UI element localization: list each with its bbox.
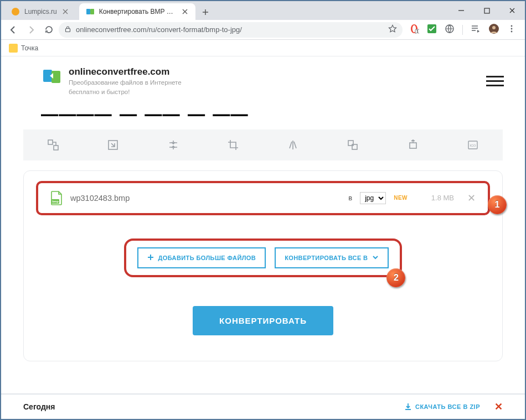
footer-close-button[interactable]: ✕ [494, 401, 503, 413]
svg-point-14 [511, 28, 513, 29]
add-more-files-button[interactable]: ДОБАВИТЬ БОЛЬШЕ ФАЙЛОВ [137, 247, 266, 268]
callout-marker-1: 1 [488, 195, 507, 214]
svg-rect-2 [90, 9, 94, 14]
opera-ext-icon[interactable]: 1 [409, 24, 419, 36]
svg-rect-18 [48, 140, 53, 144]
action-row: ДОБАВИТЬ БОЛЬШЕ ФАЙЛОВ КОНВЕРТИРОВАТЬ ВС… [36, 238, 490, 277]
titlebar: Lumpics.ru Конвертировать BMP в JPG онл [1, 1, 525, 20]
site-name: onlineconvertfree.com [69, 66, 169, 77]
playlist-icon[interactable] [471, 24, 481, 36]
tool-ico-icon[interactable]: ICO [443, 129, 503, 160]
avatar[interactable] [488, 23, 499, 37]
tool-resize-icon[interactable] [23, 129, 83, 160]
download-zip-label: СКАЧАТЬ ВСЕ В ZIP [415, 403, 480, 410]
close-window-button[interactable] [499, 1, 525, 20]
close-icon[interactable] [61, 8, 69, 15]
file-size: 1.8 MB [415, 194, 454, 202]
logo-icon [42, 66, 62, 86]
remove-file-button[interactable]: ✕ [467, 192, 476, 204]
svg-point-15 [511, 30, 513, 32]
globe-ext-icon[interactable] [445, 24, 455, 36]
convert-all-to-button[interactable]: КОНВЕРТИРОВАТЬ ВСЕ В [275, 247, 389, 268]
action-border: ДОБАВИТЬ БОЛЬШЕ ФАЙЛОВ КОНВЕРТИРОВАТЬ ВС… [124, 238, 403, 277]
footer-bar: Сегодня СКАЧАТЬ ВСЕ В ZIP ✕ [1, 393, 525, 419]
tool-rotate-icon[interactable] [383, 129, 443, 160]
file-row: bmp wp3102483.bmp в jpg NEW 1.8 MB ✕ [36, 181, 490, 215]
new-badge: NEW [394, 195, 408, 201]
svg-rect-19 [54, 146, 58, 150]
folder-icon [9, 44, 18, 53]
file-panel: bmp wp3102483.bmp в jpg NEW 1.8 MB ✕ 1 Д… [23, 170, 503, 361]
close-icon[interactable] [181, 8, 189, 15]
reload-button[interactable] [41, 22, 56, 38]
svg-point-12 [492, 26, 496, 29]
check-ext-icon[interactable] [427, 24, 437, 36]
tools-bar: ICO [23, 129, 503, 160]
file-name: wp3102483.bmp [70, 194, 130, 203]
divider [462, 25, 463, 35]
add-more-label: ДОБАВИТЬ БОЛЬШЕ ФАЙЛОВ [158, 255, 256, 261]
url-text: onlineconvertfree.com/ru/convert-format/… [76, 25, 242, 34]
tool-flip-icon[interactable] [263, 129, 323, 160]
extension-icons: 1 [405, 23, 520, 37]
svg-text:ICO: ICO [470, 144, 476, 147]
forward-button[interactable] [23, 22, 39, 38]
bookmarks-bar: Точка [1, 40, 525, 56]
tool-merge-icon[interactable] [323, 129, 383, 160]
hamburger-menu[interactable] [486, 72, 504, 90]
lock-icon [64, 25, 71, 34]
convert-button[interactable]: КОНВЕРТИРОВАТЬ [193, 306, 333, 335]
tool-compress-icon[interactable] [143, 129, 203, 160]
svg-point-13 [511, 25, 513, 27]
svg-text:1: 1 [416, 29, 419, 33]
format-select[interactable]: jpg [360, 192, 386, 204]
back-button[interactable] [6, 22, 21, 38]
svg-rect-4 [66, 28, 70, 32]
window-controls [448, 1, 525, 20]
address-bar[interactable]: onlineconvertfree.com/ru/convert-format/… [59, 22, 403, 38]
svg-point-0 [12, 8, 19, 15]
tab-lumpics[interactable]: Lumpics.ru [4, 3, 76, 20]
new-tab-button[interactable] [198, 4, 213, 20]
tab-title: Lumpics.ru [24, 8, 57, 15]
star-icon[interactable] [388, 24, 397, 35]
convert-all-label: КОНВЕРТИРОВАТЬ ВСЕ В [285, 255, 368, 261]
bmp-file-icon: bmp [50, 191, 63, 205]
chevron-down-icon [372, 254, 379, 262]
tab-onlineconvertfree[interactable]: Конвертировать BMP в JPG онл [79, 3, 195, 20]
svg-text:bmp: bmp [52, 200, 59, 203]
page-heading-clipped: ▄▄▄▄ ▄ ▄▄ ▄ ▄▄ [1, 100, 525, 116]
site-tagline-1: Преобразование файлов в Интернете [69, 79, 182, 87]
menu-icon[interactable] [507, 24, 516, 35]
tool-crop-icon[interactable] [203, 129, 263, 160]
tab-title: Конвертировать BMP в JPG онл [99, 8, 177, 15]
svg-rect-3 [484, 8, 489, 13]
svg-rect-1 [86, 9, 90, 14]
browser-toolbar: onlineconvertfree.com/ru/convert-format/… [1, 20, 525, 40]
site-logo[interactable]: onlineconvertfree.com Преобразование фай… [42, 66, 182, 96]
download-all-zip-button[interactable]: СКАЧАТЬ ВСЕ В ZIP [404, 403, 480, 411]
favicon-lumpics [11, 7, 20, 16]
site-header: onlineconvertfree.com Преобразование фай… [1, 56, 525, 103]
favicon-onlineconvertfree [86, 7, 95, 16]
site-tagline-2: бесплатно и быстро! [69, 88, 182, 96]
tool-expand-icon[interactable] [83, 129, 143, 160]
page-viewport: onlineconvertfree.com Преобразование фай… [1, 56, 525, 419]
to-label: в [348, 194, 352, 202]
minimize-button[interactable] [448, 1, 474, 20]
svg-rect-23 [410, 143, 416, 148]
plus-icon [147, 254, 154, 262]
bookmark-item[interactable]: Точка [21, 44, 38, 52]
footer-today-label: Сегодня [23, 402, 55, 411]
callout-marker-2: 2 [386, 268, 405, 287]
maximize-button[interactable] [474, 1, 499, 20]
